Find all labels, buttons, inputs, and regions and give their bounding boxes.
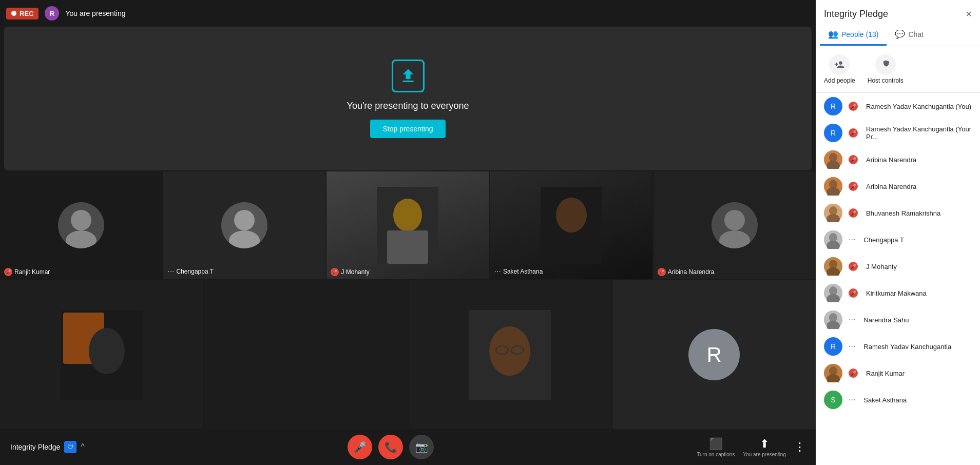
tile-name-aribina: 🎤 Aribina Narendra [658, 268, 715, 276]
svg-point-5 [393, 199, 422, 231]
mic-off-ranjit: 🎤 [4, 268, 12, 276]
chevron-up-icon: ^ [81, 442, 85, 452]
add-people-button[interactable]: Add people [824, 54, 855, 84]
camera-button[interactable]: 📷 [409, 435, 434, 459]
people-tab-label: People (13) [841, 30, 878, 38]
presenting-icon: ⬆ [760, 437, 769, 451]
video-tile-aribina: 🎤 Aribina Narendra [654, 171, 816, 279]
people-list: R 🎤 Ramesh Yadav Kanchugantla (You) R 🎤 … [816, 93, 980, 465]
mic-status-ramesh-you: 🎤 [849, 102, 858, 111]
right-panel: Integrity Pledge × 👥 People (13) 💬 Chat … [816, 0, 980, 465]
add-people-label: Add people [824, 77, 855, 84]
person-name-saket: Saket Asthana [863, 396, 972, 404]
person-item-kirit: 🎤 Kiritkumar Makwana [816, 280, 980, 306]
tab-chat[interactable]: 💬 Chat [887, 24, 932, 46]
presenting-button[interactable]: ⬆ You are presenting [743, 437, 786, 457]
stop-presenting-button[interactable]: Stop presenting [370, 120, 445, 138]
svg-point-0 [71, 210, 91, 230]
mic-status-aribina2: 🎤 [849, 182, 858, 191]
user-avatar: R [45, 6, 59, 21]
video-tile-jmohanty: 🎤 J Mohanty [326, 171, 489, 279]
tile-name-jmohanty: 🎤 J Mohanty [331, 268, 369, 276]
host-controls-icon [875, 54, 896, 75]
captions-icon: ⬛ [709, 437, 723, 451]
mic-status-ramesh-pr: 🎤 [849, 128, 858, 138]
svg-point-9 [724, 210, 745, 230]
dots-narendra: ··· [849, 315, 855, 324]
tile-name-chengappa: ··· Chengappa T [167, 267, 214, 276]
person-item-narendra: ··· Narendra Sahu [816, 306, 980, 333]
top-bar: REC R You are presenting [0, 0, 816, 27]
mic-off-jmohanty: 🎤 [331, 268, 339, 276]
svg-point-13 [89, 328, 125, 374]
video-tile-b2 [204, 280, 408, 429]
presenting-text: You are presenting [65, 9, 125, 17]
person-item-aribina2: 🎤 Aribina Narendra [816, 173, 980, 200]
video-tile-ranjit: 🎤 Ranjit Kumar [0, 171, 162, 279]
person-name-ranjit: Ranjit Kumar [866, 370, 972, 377]
rec-dot [11, 11, 16, 16]
mic-status-aribina1: 🎤 [849, 155, 858, 164]
person-name-narendra: Narendra Sahu [863, 316, 972, 324]
person-item-ramesh-you: R 🎤 Ramesh Yadav Kanchugantla (You) [816, 93, 980, 120]
host-controls-button[interactable]: Host controls [868, 54, 904, 84]
video-tile-chengappa: ··· Chengappa T [163, 171, 325, 279]
person-item-chengappa: ··· Chengappa T [816, 226, 980, 253]
svg-point-3 [229, 230, 260, 248]
captions-button[interactable]: ⬛ Turn on captions [697, 437, 735, 457]
rec-label: REC [20, 10, 33, 17]
tab-people[interactable]: 👥 People (13) [820, 24, 887, 46]
controls-right: ⬛ Turn on captions ⬆ You are presenting … [697, 437, 805, 457]
person-avatar-chengappa [824, 230, 842, 249]
person-item-aribina1: 🎤 Aribina Narendra [816, 146, 980, 173]
person-name-ramesh-you: Ramesh Yadav Kanchugantla (You) [866, 103, 972, 110]
person-avatar-bhuvanesh [824, 204, 842, 222]
video-tile-saket: ··· Saket Asthana [490, 171, 652, 279]
bottom-bar: Integrity Pledge 🛡 ^ 🎤 📞 📷 ⬛ Turn on cap… [0, 429, 816, 465]
person-item-ramesh2: R ··· Ramesh Yadav Kanchugantla [816, 333, 980, 360]
dots-ramesh2: ··· [849, 342, 855, 351]
shield-icon: 🛡 [64, 441, 76, 453]
panel-tabs: 👥 People (13) 💬 Chat [816, 24, 980, 46]
meeting-title-bar: Integrity Pledge [10, 443, 60, 451]
main-video-area: REC R You are presenting You're presenti… [0, 0, 816, 465]
end-call-button[interactable]: 📞 [378, 435, 403, 459]
person-item-bhuvanesh: 🎤 Bhuvanesh Ramakrishna [816, 200, 980, 226]
dots-chengappa: ··· [849, 235, 855, 244]
people-tab-icon: 👥 [828, 29, 838, 39]
panel-actions: Add people Host controls [816, 46, 980, 93]
person-name-ramesh2: Ramesh Yadav Kanchugantla [863, 343, 972, 351]
mic-status-jmohanty: 🎤 [849, 262, 858, 271]
person-avatar-ramesh-pr: R [824, 124, 842, 142]
person-avatar-ranjit [824, 364, 842, 382]
person-avatar-aribina2 [824, 177, 842, 196]
presentation-area: You're presenting to everyone Stop prese… [4, 27, 812, 170]
host-controls-label: Host controls [868, 77, 904, 84]
person-name-aribina1: Aribina Narendra [866, 156, 972, 164]
chat-tab-label: Chat [908, 30, 924, 38]
more-icon: ⋮ [794, 440, 805, 454]
mute-button[interactable]: 🎤 [348, 435, 372, 459]
svg-point-8 [556, 198, 587, 232]
video-grid-top: 🎤 Ranjit Kumar ··· Chengappa T 🎤 J Mohan… [0, 171, 816, 279]
mic-status-ranjit: 🎤 [849, 369, 858, 378]
person-name-jmohanty: J Mohanty [866, 263, 972, 270]
presenting-everyone-text: You're presenting to everyone [347, 101, 469, 111]
person-name-ramesh-pr: Ramesh Yadav Kanchugantla (Your Pr... [866, 125, 972, 141]
add-people-icon [829, 54, 850, 75]
present-icon [392, 60, 425, 92]
mic-status-kirit: 🎤 [849, 288, 858, 298]
person-avatar-aribina1 [824, 150, 842, 169]
person-avatar-ramesh2: R [824, 337, 842, 356]
video-tile-b3 [409, 280, 612, 429]
tile-name-ranjit: 🎤 Ranjit Kumar [4, 268, 50, 276]
close-panel-button[interactable]: × [966, 8, 972, 20]
person-item-saket: S ··· Saket Asthana [816, 386, 980, 413]
person-item-jmohanty: 🎤 J Mohanty [816, 253, 980, 280]
svg-point-10 [719, 230, 750, 248]
person-name-kirit: Kiritkumar Makwana [866, 289, 972, 297]
panel-header: Integrity Pledge × [816, 0, 980, 24]
person-name-aribina2: Aribina Narendra [866, 183, 972, 190]
more-options-button[interactable]: ⋮ [794, 440, 805, 454]
meeting-name-bar: Integrity Pledge 🛡 ^ [10, 441, 85, 453]
